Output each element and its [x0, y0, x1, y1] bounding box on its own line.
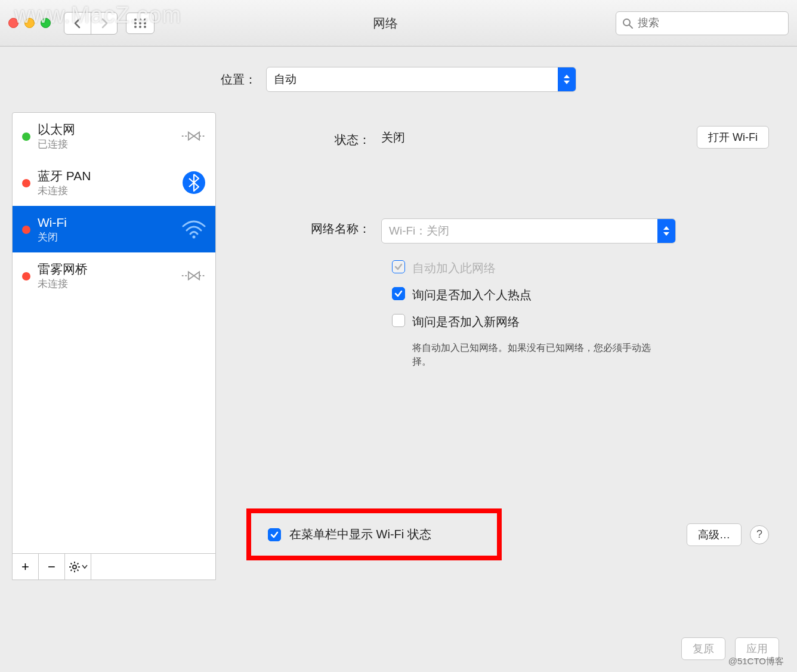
ask-new-network-desc: 将自动加入已知网络。如果没有已知网络，您必须手动选择。 [412, 341, 669, 368]
sidebar-item-status: 未连接 [38, 278, 174, 290]
minus-icon: − [48, 559, 55, 575]
auto-join-label: 自动加入此网络 [412, 260, 496, 276]
chevron-left-icon [73, 18, 82, 29]
svg-point-7 [139, 26, 141, 28]
stepper-icon [558, 67, 576, 91]
ask-hotspot-label: 询问是否加入个人热点 [412, 287, 532, 303]
sidebar-item-ethernet[interactable]: 以太网 已连接 [13, 113, 215, 159]
show-all-button[interactable] [126, 13, 155, 34]
sidebar-item-label: 以太网 [38, 122, 174, 137]
status-dot-icon [22, 226, 30, 234]
detail-panel: 状态： 关闭 打开 Wi-Fi 网络名称： Wi-Fi：关闭 自动加入此网络 询… [228, 112, 785, 580]
grid-icon [134, 18, 147, 29]
titlebar: 网络 [0, 0, 797, 47]
svg-point-5 [144, 22, 146, 24]
svg-line-19 [77, 569, 78, 571]
show-menubar-label: 在菜单栏中显示 Wi-Fi 状态 [289, 526, 431, 542]
sidebar-item-wifi[interactable]: Wi-Fi 关闭 [13, 206, 215, 252]
show-menubar-checkbox[interactable] [268, 528, 281, 541]
svg-line-18 [70, 563, 72, 564]
ethernet-icon [181, 127, 207, 145]
bluetooth-icon [181, 171, 207, 195]
sidebar-item-label: 蓝牙 PAN [38, 168, 174, 184]
interfaces-list: 以太网 已连接 蓝牙 PAN 未连接 [13, 113, 215, 553]
sidebar-item-label: 雷雾网桥 [38, 261, 174, 277]
ethernet-icon [181, 267, 207, 285]
zoom-window-button[interactable] [41, 18, 51, 28]
search-icon [622, 18, 633, 29]
ask-new-network-label: 询问是否加入新网络 [412, 314, 520, 330]
add-interface-button[interactable]: + [13, 554, 39, 579]
revert-button[interactable]: 复原 [681, 637, 725, 660]
sidebar-item-bluetooth-pan[interactable]: 蓝牙 PAN 未连接 [13, 159, 215, 206]
wifi-icon [181, 219, 207, 239]
forward-button[interactable] [91, 13, 117, 34]
back-button[interactable] [64, 13, 91, 34]
gear-icon [69, 561, 81, 573]
svg-point-3 [134, 22, 137, 24]
remove-interface-button[interactable]: − [39, 554, 65, 579]
sidebar-item-label: Wi-Fi [38, 215, 174, 230]
turn-on-wifi-button[interactable]: 打开 Wi-Fi [697, 126, 769, 149]
status-dot-icon [22, 132, 30, 141]
close-window-button[interactable] [8, 18, 18, 28]
svg-line-21 [77, 563, 78, 564]
location-select[interactable]: 自动 [266, 67, 576, 92]
window-title: 网络 [159, 15, 611, 32]
advanced-button[interactable]: 高级… [687, 523, 742, 546]
svg-point-13 [73, 565, 76, 569]
network-name-select[interactable]: Wi-Fi：关闭 [381, 218, 676, 243]
highlight-box: 在菜单栏中显示 Wi-Fi 状态 [246, 508, 502, 560]
help-icon: ? [756, 528, 762, 541]
minimize-window-button[interactable] [24, 18, 35, 28]
interfaces-sidebar: 以太网 已连接 蓝牙 PAN 未连接 [12, 112, 216, 580]
chevron-right-icon [100, 18, 109, 29]
help-button[interactable]: ? [750, 525, 769, 544]
window-controls [8, 18, 51, 28]
plus-icon: + [21, 559, 29, 575]
ask-new-network-checkbox[interactable] [392, 314, 405, 327]
status-dot-icon [22, 272, 30, 280]
svg-line-10 [629, 25, 632, 28]
location-value: 自动 [274, 72, 296, 87]
svg-point-12 [193, 236, 196, 239]
status-value: 关闭 [381, 130, 405, 146]
location-label: 位置： [221, 72, 257, 88]
stepper-icon [657, 219, 675, 243]
svg-point-6 [134, 26, 137, 28]
svg-point-1 [139, 19, 141, 21]
interface-actions-button[interactable] [65, 554, 91, 579]
sidebar-item-status: 关闭 [38, 231, 174, 243]
status-dot-icon [22, 179, 30, 187]
chevron-down-icon [82, 565, 88, 569]
credit-text: @51CTO博客 [728, 656, 784, 667]
search-field[interactable] [616, 11, 789, 35]
svg-line-20 [70, 569, 72, 571]
sidebar-item-thunderbolt-bridge[interactable]: 雷雾网桥 未连接 [13, 252, 215, 299]
network-name-label: 网络名称： [250, 218, 381, 237]
sidebar-item-status: 未连接 [38, 184, 174, 197]
location-row: 位置： 自动 [0, 47, 797, 112]
sidebar-item-status: 已连接 [38, 138, 174, 150]
svg-point-4 [139, 22, 141, 24]
network-name-value: Wi-Fi：关闭 [389, 223, 449, 239]
search-input[interactable] [638, 17, 782, 29]
ask-hotspot-checkbox[interactable] [392, 287, 405, 300]
svg-point-2 [144, 19, 146, 21]
svg-point-0 [134, 19, 137, 21]
svg-point-8 [144, 26, 146, 28]
auto-join-checkbox [392, 260, 405, 273]
nav-group [64, 12, 118, 35]
status-label: 状态： [250, 130, 381, 148]
sidebar-footer: + − [13, 553, 215, 579]
